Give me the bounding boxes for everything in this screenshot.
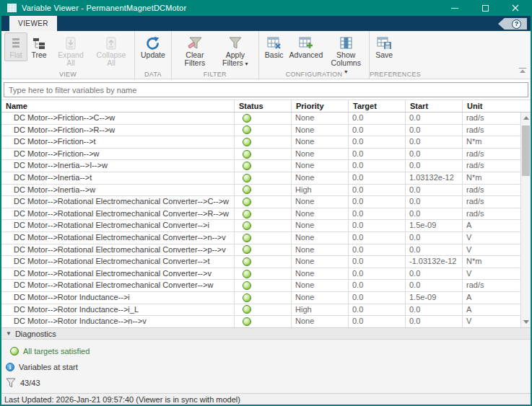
variable-name-cell[interactable]: DC Motor-->Rotor Inductance-->i bbox=[1, 292, 235, 304]
target-cell[interactable]: 0.0 bbox=[349, 232, 406, 244]
priority-cell[interactable]: None bbox=[292, 172, 349, 185]
variable-name-cell[interactable]: DC Motor-->Friction-->t bbox=[1, 136, 235, 149]
variable-filter-input[interactable] bbox=[4, 82, 528, 97]
target-cell[interactable]: 0.0 bbox=[349, 160, 406, 172]
scroll-down-icon[interactable] bbox=[521, 317, 531, 327]
start-cell[interactable]: 0.0 bbox=[406, 316, 463, 327]
start-cell[interactable]: 0.0 bbox=[406, 232, 463, 244]
target-cell[interactable]: 0.0 bbox=[349, 304, 406, 317]
unit-cell[interactable]: A bbox=[463, 304, 520, 317]
priority-cell[interactable]: None bbox=[292, 268, 349, 281]
close-button[interactable] bbox=[500, 0, 531, 16]
priority-cell[interactable]: None bbox=[292, 112, 349, 125]
start-cell[interactable]: 0.0 bbox=[406, 160, 463, 172]
variable-name-cell[interactable]: DC Motor-->Rotational Electromechanical … bbox=[1, 268, 235, 281]
save-button[interactable]: Save bbox=[372, 32, 396, 61]
flat-button[interactable]: Flat bbox=[4, 32, 27, 61]
update-button[interactable]: Update bbox=[138, 32, 168, 61]
apply-filters-button[interactable]: Apply Filters ▾ bbox=[215, 32, 256, 70]
priority-cell[interactable]: None bbox=[292, 292, 349, 304]
start-cell[interactable]: 1.5e-09 bbox=[406, 292, 463, 304]
target-cell[interactable]: 0.0 bbox=[349, 280, 406, 292]
variable-name-cell[interactable]: DC Motor-->Rotor Inductance-->i_L bbox=[1, 304, 235, 317]
variable-name-cell[interactable]: DC Motor-->Friction-->w bbox=[1, 149, 235, 161]
target-cell[interactable]: 0.0 bbox=[349, 172, 406, 185]
priority-cell[interactable]: None bbox=[292, 280, 349, 292]
priority-cell[interactable]: None bbox=[292, 220, 349, 232]
maximize-button[interactable] bbox=[470, 0, 500, 16]
unit-cell[interactable]: V bbox=[463, 316, 520, 327]
variable-name-cell[interactable]: DC Motor-->Rotational Electromechanical … bbox=[1, 232, 235, 244]
start-cell[interactable]: 1.03132e-12 bbox=[406, 172, 463, 185]
variable-name-cell[interactable]: DC Motor-->Inertia-->I-->w bbox=[1, 160, 235, 172]
start-cell[interactable]: 0.0 bbox=[406, 149, 463, 161]
start-cell[interactable]: 0.0 bbox=[406, 196, 463, 208]
column-header-target[interactable]: Target bbox=[349, 100, 406, 112]
unit-cell[interactable]: N*m bbox=[463, 172, 520, 185]
target-cell[interactable]: 0.0 bbox=[349, 220, 406, 232]
priority-cell[interactable]: None bbox=[292, 316, 349, 327]
variable-name-cell[interactable]: DC Motor-->Friction-->C-->w bbox=[1, 112, 235, 125]
start-cell[interactable]: 0.0 bbox=[406, 185, 463, 197]
column-header-name[interactable]: Name bbox=[1, 100, 235, 112]
unit-cell[interactable]: V bbox=[463, 232, 520, 244]
unit-cell[interactable]: rad/s bbox=[463, 196, 520, 208]
unit-cell[interactable]: rad/s bbox=[463, 185, 520, 197]
unit-cell[interactable]: N*m bbox=[463, 256, 520, 268]
target-cell[interactable]: 0.0 bbox=[349, 268, 406, 281]
priority-cell[interactable]: None bbox=[292, 149, 349, 161]
variable-name-cell[interactable]: DC Motor-->Friction-->R-->w bbox=[1, 125, 235, 137]
start-cell[interactable]: 0.0 bbox=[406, 112, 463, 125]
variable-name-cell[interactable]: DC Motor-->Rotational Electromechanical … bbox=[1, 220, 235, 232]
priority-cell[interactable]: None bbox=[292, 196, 349, 208]
priority-cell[interactable]: None bbox=[292, 232, 349, 244]
target-cell[interactable]: 0.0 bbox=[349, 196, 406, 208]
start-cell[interactable]: 0.0 bbox=[406, 244, 463, 257]
unit-cell[interactable]: V bbox=[463, 268, 520, 281]
target-cell[interactable]: 0.0 bbox=[349, 292, 406, 304]
scrollbar-thumb[interactable] bbox=[522, 125, 530, 176]
unit-cell[interactable]: rad/s bbox=[463, 149, 520, 161]
tree-button[interactable]: Tree bbox=[27, 32, 51, 61]
variable-name-cell[interactable]: DC Motor-->Rotational Electromechanical … bbox=[1, 256, 235, 268]
target-cell[interactable]: 0.0 bbox=[349, 125, 406, 137]
unit-cell[interactable]: A bbox=[463, 220, 520, 232]
target-cell[interactable]: 0.0 bbox=[349, 136, 406, 149]
start-cell[interactable]: 0.0 bbox=[406, 268, 463, 281]
priority-cell[interactable]: None bbox=[292, 256, 349, 268]
priority-cell[interactable]: None bbox=[292, 208, 349, 221]
start-cell[interactable]: 0.0 bbox=[406, 208, 463, 221]
target-cell[interactable]: 0.0 bbox=[349, 149, 406, 161]
minimize-button[interactable] bbox=[440, 0, 470, 16]
unit-cell[interactable]: V bbox=[463, 244, 520, 257]
variable-name-cell[interactable]: DC Motor-->Rotational Electromechanical … bbox=[1, 196, 235, 208]
unit-cell[interactable]: rad/s bbox=[463, 280, 520, 292]
priority-cell[interactable]: High bbox=[292, 304, 349, 317]
variable-name-cell[interactable]: DC Motor-->Rotational Electromechanical … bbox=[1, 280, 235, 292]
tab-viewer[interactable]: VIEWER bbox=[9, 16, 57, 31]
unit-cell[interactable]: rad/s bbox=[463, 112, 520, 125]
advanced-button[interactable]: Advanced bbox=[287, 32, 326, 61]
collapse-all-button[interactable]: Collapse All bbox=[91, 32, 131, 69]
start-cell[interactable]: 0.0 bbox=[406, 280, 463, 292]
unit-cell[interactable]: N*m bbox=[463, 136, 520, 149]
target-cell[interactable]: 0.0 bbox=[349, 256, 406, 268]
unit-cell[interactable]: rad/s bbox=[463, 160, 520, 172]
expand-all-button[interactable]: Expand All bbox=[51, 32, 91, 69]
priority-cell[interactable]: None bbox=[292, 136, 349, 149]
column-header-start[interactable]: Start bbox=[406, 100, 463, 112]
scroll-up-icon[interactable] bbox=[521, 113, 531, 123]
target-cell[interactable]: 0.0 bbox=[349, 208, 406, 221]
column-header-priority[interactable]: Priority bbox=[292, 100, 349, 112]
unit-cell[interactable]: rad/s bbox=[463, 208, 520, 221]
variable-name-cell[interactable]: DC Motor-->Inertia-->t bbox=[1, 172, 235, 185]
target-cell[interactable]: 0.0 bbox=[349, 112, 406, 125]
help-button[interactable]: ? bbox=[498, 18, 527, 30]
priority-cell[interactable]: None bbox=[292, 125, 349, 137]
target-cell[interactable]: 0.0 bbox=[349, 316, 406, 327]
variable-name-cell[interactable]: DC Motor-->Rotational Electromechanical … bbox=[1, 208, 235, 221]
start-cell[interactable]: 0.0 bbox=[406, 136, 463, 149]
variable-name-cell[interactable]: DC Motor-->Inertia-->w bbox=[1, 185, 235, 197]
variable-name-cell[interactable]: DC Motor-->Rotor Inductance-->n-->v bbox=[1, 316, 235, 327]
vertical-scrollbar[interactable] bbox=[520, 112, 531, 327]
